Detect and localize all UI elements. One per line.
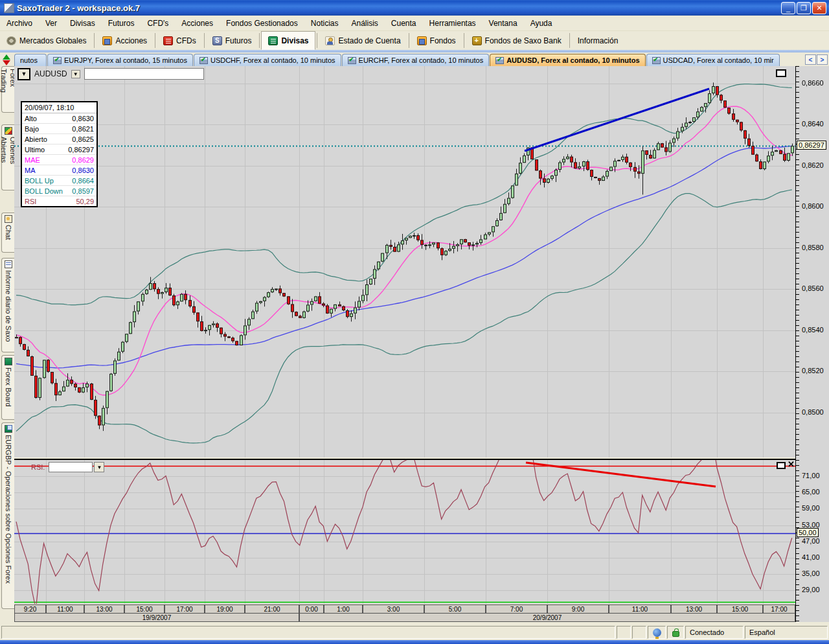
menu-futuros[interactable]: Futuros <box>102 17 141 30</box>
lock-icon <box>672 631 679 637</box>
tab-audusd-forex-al-contado-10-min[interactable]: AUDUSD, Forex al contado, 10 minutos <box>490 54 645 66</box>
sidebar-item-chat[interactable]: Chat <box>1 213 14 253</box>
time-axis-cell: 13:00 <box>84 604 124 614</box>
time-axis-cell: 17:00 <box>165 604 205 614</box>
price-tick-label: 0,8560 <box>802 284 824 292</box>
chart-document-icon <box>495 57 504 64</box>
menu-fondos-gestionados[interactable]: Fondos Gestionados <box>220 17 304 30</box>
daily-report-icon <box>5 260 12 268</box>
tab-eurchf-forex-al-contado-10-min[interactable]: EURCHF, Forex al contado, 10 minutos <box>342 54 490 66</box>
rsi-pane-close-icon[interactable]: ✕ <box>788 461 795 468</box>
sidebar-item-label: Informe diario de Saxo <box>4 270 13 342</box>
connection-status: Conectado <box>685 626 744 639</box>
tooltip-row-ultimo: Ultimo0,86297 <box>22 144 97 155</box>
menu-ventana[interactable]: Ventana <box>483 17 524 30</box>
toolbar: Mercados GlobalesAccionesCFDsSFuturosDiv… <box>0 31 829 50</box>
saxo-funds-icon <box>472 36 482 45</box>
tab-usdcad-forex-al-contado-10-mir[interactable]: USDCAD, Forex al contado, 10 mir <box>646 54 780 66</box>
price-tick-label: 0,8640 <box>802 120 824 128</box>
tab-scroll-left-button[interactable]: < <box>805 54 816 65</box>
toolbar-item-acciones[interactable]: Acciones <box>96 31 153 50</box>
toolbar-item-divisas[interactable]: Divisas <box>261 31 315 50</box>
forex-icon <box>268 36 278 45</box>
chart-dropdown-button[interactable]: ▼ <box>17 68 30 80</box>
language-selector[interactable]: Español <box>745 626 828 639</box>
ohlc-tooltip: 20/09/07, 18:10 Alto0,8630Bajo0,8621Abie… <box>21 101 98 207</box>
status-network-cell <box>648 626 666 639</box>
chart-document-icon <box>199 57 208 64</box>
menu-bar: ArchivoVerDivisasFuturosCFD'sAccionesFon… <box>0 16 829 31</box>
menu-ver[interactable]: Ver <box>39 17 63 30</box>
tab-nutos[interactable]: nutos <box>14 54 47 66</box>
toolbar-item-fondos[interactable]: Fondos <box>411 31 462 50</box>
time-axis-cell: 11:00 <box>609 604 671 614</box>
restore-button[interactable]: ❐ <box>797 2 811 14</box>
minimize-button[interactable]: _ <box>781 2 795 14</box>
symbol-dropdown-button[interactable]: ▼ <box>71 70 80 78</box>
date-axis-cell: 19/9/2007 <box>14 614 299 622</box>
tab-usdchf-forex-al-contado-10-min[interactable]: USDCHF, Forex al contado, 10 minutos <box>194 54 341 66</box>
date-axis-cell: 20/9/2007 <box>299 614 795 622</box>
status-message-cell <box>1 626 615 639</box>
price-tick-label: 0,8600 <box>802 202 824 210</box>
tooltip-row-bajo: Bajo0,8621 <box>22 124 97 134</box>
chart-pane-restore-icon[interactable] <box>776 69 786 77</box>
title-bar: SaxoTrader 2 - workspace.ok.7 _ ❐ ✕ <box>0 0 829 16</box>
sidebar-item-ordenes-abiertas[interactable]: Ordenes Abiertas <box>1 124 14 190</box>
tab-eurjpy-forex-al-contado-15-min[interactable]: EURJPY, Forex al contado, 15 minutos <box>47 54 193 66</box>
tooltip-row-abierto: Abierto0,8625 <box>22 134 97 144</box>
close-button[interactable]: ✕ <box>812 2 826 14</box>
rsi-combo-dropdown-button[interactable]: ▼ <box>94 462 104 472</box>
sidebar-item-eurgbp-operaciones-sobre-opc[interactable]: EURGBP - Operaciones sobre Opciones Fore… <box>1 422 14 609</box>
toolbar-item-futuros[interactable]: SFuturos <box>206 31 258 50</box>
price-tick-label: 0,8520 <box>802 367 824 374</box>
toolbar-item-label: Mercados Globales <box>19 36 86 45</box>
menu-cfd-s[interactable]: CFD's <box>141 17 175 30</box>
tab-label: USDCAD, Forex al contado, 10 mir <box>663 56 774 64</box>
time-axis-cell: 1:00 <box>324 604 363 614</box>
toolbar-item-estado-de-cuenta[interactable]: Estado de Cuenta <box>319 31 407 50</box>
symbol-search-input[interactable] <box>84 68 204 80</box>
menu-an-lisis[interactable]: Análisis <box>345 17 384 30</box>
menu-archivo[interactable]: Archivo <box>0 17 39 30</box>
menu-ayuda[interactable]: Ayuda <box>524 17 559 30</box>
status-bar: Conectado Español <box>0 625 829 640</box>
rsi-tick-label: 71,00 <box>802 472 820 479</box>
tab-scroll-right-button[interactable]: > <box>817 54 828 65</box>
tab-label: EURJPY, Forex al contado, 15 minutos <box>64 56 187 64</box>
tab-label: AUDUSD, Forex al contado, 10 minutos <box>506 56 639 64</box>
app-icon <box>4 3 14 13</box>
funds-icon <box>417 36 427 45</box>
chart-document-icon <box>348 57 356 64</box>
toolbar-item-label: Fondos <box>430 36 456 45</box>
document-tab-strip: nutosEURJPY, Forex al contado, 15 minuto… <box>14 53 803 66</box>
toolbar-item-informaci-n[interactable]: Información <box>571 31 625 50</box>
menu-divisas[interactable]: Divisas <box>63 17 102 30</box>
tooltip-row-ma: MA0,8630 <box>22 165 97 176</box>
sidebar-item-forex-board[interactable]: Forex Board <box>1 355 14 420</box>
rsi-tick-label: 29,00 <box>802 586 820 593</box>
rsi-pane-restore-icon[interactable] <box>777 462 786 469</box>
network-icon <box>653 628 661 637</box>
time-axis[interactable]: 9:2011:0013:0015:0017:0019:0021:000:001:… <box>14 604 795 614</box>
candlestick-chart-canvas[interactable] <box>14 66 795 457</box>
tooltip-row-boll-down: BOLL Down0,8597 <box>22 186 97 196</box>
chart-document-icon <box>652 57 661 64</box>
time-axis-cell: 21:00 <box>245 604 299 614</box>
rsi-study-combo[interactable] <box>49 462 93 472</box>
toolbar-item-mercados-globales[interactable]: Mercados Globales <box>0 31 93 50</box>
rsi-chart-canvas[interactable] <box>14 460 795 604</box>
open-orders-icon <box>5 127 12 135</box>
price-tick-label: 0,8660 <box>802 79 824 87</box>
menu-herramientas[interactable]: Herramientas <box>423 17 483 30</box>
menu-noticias[interactable]: Noticias <box>304 17 345 30</box>
menu-cuenta[interactable]: Cuenta <box>385 17 423 30</box>
sidebar-item-informe-diario-de-saxo[interactable]: Informe diario de Saxo <box>1 258 14 352</box>
price-axis[interactable]: 0,86600,86400,86200,86000,85800,85600,85… <box>795 66 829 622</box>
toolbar-item-cfds[interactable]: CFDs <box>157 31 203 50</box>
menu-acciones[interactable]: Acciones <box>175 17 220 30</box>
toolbar-item-label: Estado de Cuenta <box>338 36 400 45</box>
sidebar-item-forex-trading[interactable]: Forex Trading <box>1 66 14 113</box>
toolbar-item-fondos-de-saxo-bank[interactable]: Fondos de Saxo Bank <box>466 31 568 50</box>
time-axis-cell: 17:00 <box>763 604 795 614</box>
